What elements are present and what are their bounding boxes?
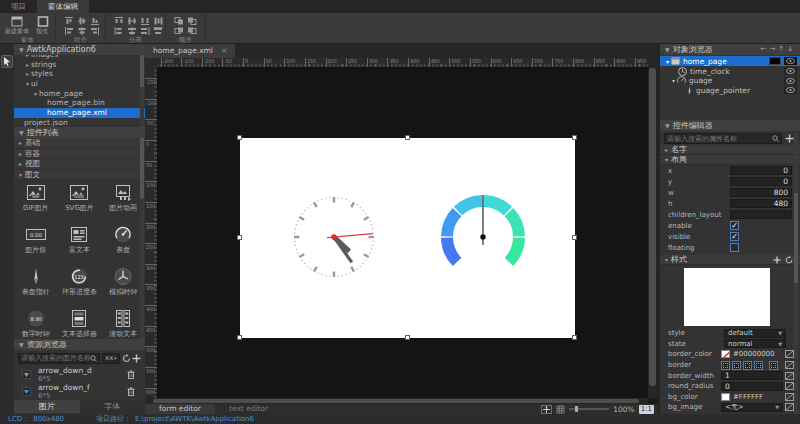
- border-top-button[interactable]: [732, 361, 741, 370]
- bring-front-icon[interactable]: [174, 17, 184, 25]
- tree-item-home-page-xml[interactable]: home_page.xml: [14, 108, 145, 118]
- widget-digit-clock[interactable]: 8:30 数字时钟: [14, 306, 58, 339]
- border-width-input[interactable]: 1: [721, 371, 783, 380]
- object-nav-arrows[interactable]: ←→↑↓: [761, 44, 796, 55]
- prop-input-y[interactable]: 0: [730, 177, 792, 186]
- tab-form-editor[interactable]: form editor: [145, 404, 215, 414]
- property-search-input[interactable]: 请输入搜索的属性名称: [664, 133, 782, 144]
- dist-v3-icon[interactable]: [140, 27, 150, 35]
- widget-image-value[interactable]: 0.00 图片值: [14, 222, 58, 264]
- inherit-icon[interactable]: [785, 350, 794, 358]
- add-property-icon[interactable]: [785, 134, 794, 143]
- add-resource-icon[interactable]: [132, 354, 141, 363]
- border-bottom-button[interactable]: [754, 361, 763, 370]
- round-radius-input[interactable]: 0: [721, 382, 783, 391]
- grid-icon[interactable]: [556, 405, 565, 414]
- bg-color-swatch[interactable]: [769, 57, 781, 65]
- widget-gauge[interactable]: 表盘: [101, 222, 145, 264]
- widget-list-scrollbar[interactable]: [140, 138, 144, 339]
- prop-input-children-layout[interactable]: [730, 210, 792, 219]
- selection-handle[interactable]: [237, 135, 242, 140]
- visibility-toggle[interactable]: [784, 77, 797, 85]
- selection-handle[interactable]: [237, 335, 242, 340]
- resource-filter-dropdown[interactable]: xx▾: [102, 353, 120, 364]
- align-left-icon[interactable]: [64, 27, 74, 35]
- inherit-icon[interactable]: [785, 361, 794, 369]
- move-tool-button[interactable]: [541, 405, 552, 414]
- widget-image-animation[interactable]: 图片动画: [101, 180, 145, 222]
- preview-button[interactable]: 预览: [34, 16, 50, 34]
- category-container[interactable]: ▸容器: [14, 149, 145, 160]
- selection-handle[interactable]: [405, 335, 410, 340]
- tab-form-edit[interactable]: 窗体编辑: [37, 0, 89, 13]
- align-right-icon[interactable]: [90, 27, 100, 35]
- tree-item-styles[interactable]: ▸styles: [14, 69, 145, 79]
- prop-checkbox-floating[interactable]: [730, 243, 739, 252]
- dist-h2-icon[interactable]: [127, 17, 137, 25]
- align-top-icon[interactable]: [64, 17, 74, 25]
- delete-icon[interactable]: [127, 387, 135, 396]
- style-dropdown[interactable]: default▼: [724, 329, 786, 338]
- selection-handle[interactable]: [572, 235, 577, 240]
- prop-input-x[interactable]: 0: [730, 166, 792, 175]
- tree-item-ui[interactable]: ▾ui: [14, 79, 145, 89]
- border-all-button[interactable]: [769, 361, 778, 370]
- zoom-slider[interactable]: [569, 408, 609, 410]
- widget-rich-text[interactable]: 富文本: [58, 222, 102, 264]
- widget-gif-image[interactable]: GIF GIF图片: [14, 180, 58, 222]
- border-left-button[interactable]: [721, 361, 730, 370]
- widget-time-clock[interactable]: 模拟时钟: [101, 264, 145, 306]
- dist-v4-icon[interactable]: [153, 27, 163, 35]
- prop-input-w[interactable]: 800: [730, 188, 792, 197]
- widget-text-selector[interactable]: 文本选择器: [58, 306, 102, 339]
- category-view[interactable]: ▸视图: [14, 159, 145, 170]
- tree-item-strings[interactable]: ▸strings: [14, 60, 145, 70]
- refresh-icon[interactable]: [122, 354, 131, 363]
- select-tool-button[interactable]: [1, 55, 13, 68]
- document-tab[interactable]: home_page.xml ×: [145, 44, 235, 58]
- add-style-icon[interactable]: [773, 256, 781, 267]
- design-viewport[interactable]: [158, 68, 648, 398]
- move-up-icon[interactable]: [174, 27, 184, 35]
- widget-progress-circle[interactable]: 123 环形进度条: [58, 264, 102, 306]
- category-image-text[interactable]: ▾图文: [14, 170, 145, 181]
- object-browser-header[interactable]: ▼对象浏览器 ←→↑↓: [660, 44, 800, 55]
- dist-v2-icon[interactable]: [127, 27, 137, 35]
- inherit-icon[interactable]: [785, 403, 794, 411]
- dist-h3-icon[interactable]: [140, 17, 150, 25]
- object-row-home-page[interactable]: ▾ home_page: [660, 56, 800, 66]
- tree-item-home-page-bin[interactable]: home_page.bin: [14, 98, 145, 108]
- border-right-button[interactable]: [743, 361, 752, 370]
- object-row-guage-pointer[interactable]: guage_pointer: [660, 85, 800, 95]
- selection-handle[interactable]: [405, 135, 410, 140]
- section-style[interactable]: ▾样式: [660, 255, 800, 265]
- tab-images[interactable]: 图片: [14, 400, 80, 413]
- bg-color-field[interactable]: #FFFFFF: [721, 393, 783, 401]
- inherit-icon[interactable]: [785, 393, 794, 401]
- resource-item-arrow-down-d[interactable]: arrow_down_d 6*5: [14, 366, 145, 383]
- resource-item-arrow-down-f[interactable]: arrow_down_f 6*5: [14, 383, 145, 400]
- dist-v1-icon[interactable]: [114, 27, 124, 35]
- object-row-time-clock[interactable]: time_clock: [660, 66, 800, 76]
- dist-h1-icon[interactable]: [114, 17, 124, 25]
- selection-handle[interactable]: [572, 135, 577, 140]
- tab-text-editor[interactable]: text editor: [215, 404, 282, 414]
- prop-input-h[interactable]: 480: [730, 199, 792, 208]
- close-tab-icon[interactable]: ×: [221, 44, 227, 58]
- tab-project[interactable]: 项目: [0, 0, 37, 13]
- send-back-icon[interactable]: [187, 17, 197, 25]
- align-vcenter-icon[interactable]: [77, 17, 87, 25]
- tree-item-project-json[interactable]: project.json: [14, 118, 145, 127]
- refresh-style-icon[interactable]: [785, 256, 793, 267]
- align-bottom-icon[interactable]: [90, 17, 100, 25]
- actual-size-button[interactable]: 1:1: [639, 405, 654, 414]
- project-tree-scrollbar[interactable]: [140, 55, 144, 127]
- widget-svg-image[interactable]: SVG SVG图片: [58, 180, 102, 222]
- category-basic[interactable]: ▸基础: [14, 138, 145, 149]
- widget-editor-header[interactable]: ▼控件编辑器: [660, 120, 800, 131]
- move-down-icon[interactable]: [187, 27, 197, 35]
- tree-item-home-page[interactable]: ▾home_page: [14, 89, 145, 99]
- tab-fonts[interactable]: 字体: [80, 400, 146, 413]
- zoom-slider-thumb[interactable]: [575, 406, 578, 412]
- inherit-icon[interactable]: [785, 372, 794, 380]
